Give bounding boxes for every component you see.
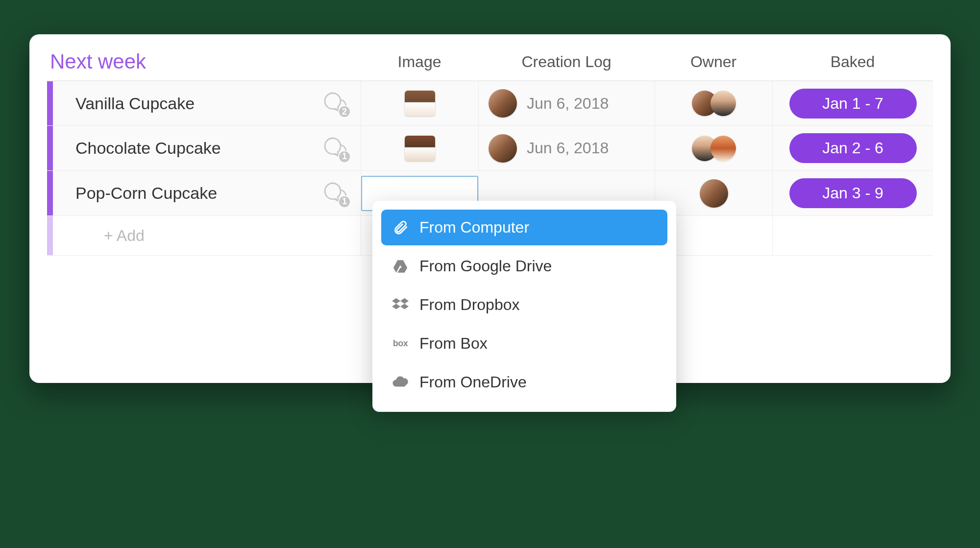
image-cell[interactable] xyxy=(361,126,478,170)
add-row-label: + Add xyxy=(75,227,145,245)
name-cell[interactable]: Vanilla Cupcake 2 xyxy=(47,81,361,125)
col-header-baked[interactable]: Baked xyxy=(772,53,933,71)
col-header-creation-log[interactable]: Creation Log xyxy=(478,53,655,71)
baked-cell[interactable]: Jan 1 - 7 xyxy=(772,81,933,125)
chat-icon[interactable]: 1 xyxy=(321,135,349,162)
onedrive-icon xyxy=(392,374,409,391)
menu-item-label: From Google Drive xyxy=(419,257,552,275)
baked-cell[interactable]: Jan 2 - 6 xyxy=(772,126,933,170)
avatar xyxy=(489,134,517,163)
paperclip-icon xyxy=(392,219,409,236)
header-row: Next week Image Creation Log Owner Baked xyxy=(47,50,933,80)
avatar-pair xyxy=(692,136,736,161)
creation-log-cell[interactable]: Jun 6, 2018 xyxy=(478,81,655,125)
row-color-bar xyxy=(47,81,53,125)
comment-count-badge: 2 xyxy=(338,105,351,118)
date-range-pill: Jan 1 - 7 xyxy=(789,89,917,119)
table-row[interactable]: Vanilla Cupcake 2 Jun 6, 2018 Jan 1 - 7 xyxy=(47,80,933,125)
creation-date: Jun 6, 2018 xyxy=(527,95,609,113)
item-name: Vanilla Cupcake xyxy=(75,94,314,113)
chat-icon[interactable]: 2 xyxy=(321,90,349,117)
menu-item-label: From Dropbox xyxy=(419,296,520,314)
col-header-owner[interactable]: Owner xyxy=(655,53,772,71)
menu-item-label: From Computer xyxy=(419,218,529,237)
item-name: Pop-Corn Cupcake xyxy=(75,184,314,203)
creation-log-cell[interactable]: Jun 6, 2018 xyxy=(478,126,655,170)
owner-cell[interactable] xyxy=(655,126,772,170)
cupcake-thumbnail-icon xyxy=(405,91,435,116)
name-cell[interactable]: Pop-Corn Cupcake 1 xyxy=(47,171,361,215)
board-group-panel: Next week Image Creation Log Owner Baked… xyxy=(29,34,951,383)
date-range-pill: Jan 3 - 9 xyxy=(789,178,917,208)
name-cell[interactable]: Chocolate Cupcake 1 xyxy=(47,126,361,170)
group-title[interactable]: Next week xyxy=(47,50,361,73)
avatar xyxy=(489,89,517,118)
col-header-image[interactable]: Image xyxy=(361,53,478,71)
cupcake-thumbnail-icon xyxy=(405,136,435,161)
row-color-bar xyxy=(47,216,53,255)
date-range-pill: Jan 2 - 6 xyxy=(789,133,917,163)
gdrive-icon xyxy=(392,258,409,275)
upload-source-menu: From Computer From Google Drive From Dro… xyxy=(372,201,676,412)
image-cell[interactable] xyxy=(361,81,478,125)
menu-item-from-box[interactable]: box From Box xyxy=(381,326,667,361)
add-row-cell[interactable]: + Add xyxy=(47,216,361,255)
avatar-pair xyxy=(692,91,736,116)
box-icon: box xyxy=(392,335,409,352)
menu-item-label: From OneDrive xyxy=(419,373,527,391)
row-color-bar xyxy=(47,171,53,215)
avatar xyxy=(700,179,728,208)
avatar xyxy=(710,136,736,161)
comment-count-badge: 1 xyxy=(338,150,351,163)
chat-icon[interactable]: 1 xyxy=(321,180,349,207)
comment-count-badge: 1 xyxy=(338,195,351,208)
owner-cell[interactable] xyxy=(655,81,772,125)
item-name: Chocolate Cupcake xyxy=(75,139,314,158)
baked-cell[interactable]: Jan 3 - 9 xyxy=(772,171,933,215)
menu-item-from-dropbox[interactable]: From Dropbox xyxy=(381,287,667,323)
menu-item-from-google-drive[interactable]: From Google Drive xyxy=(381,248,667,284)
menu-item-from-computer[interactable]: From Computer xyxy=(381,210,667,245)
menu-item-from-onedrive[interactable]: From OneDrive xyxy=(381,364,667,400)
dropbox-icon xyxy=(392,297,409,313)
table-row[interactable]: Chocolate Cupcake 1 Jun 6, 2018 Jan 2 - xyxy=(47,125,933,170)
menu-item-label: From Box xyxy=(419,334,488,353)
avatar xyxy=(710,91,736,116)
creation-date: Jun 6, 2018 xyxy=(527,139,609,157)
row-color-bar xyxy=(47,126,53,170)
